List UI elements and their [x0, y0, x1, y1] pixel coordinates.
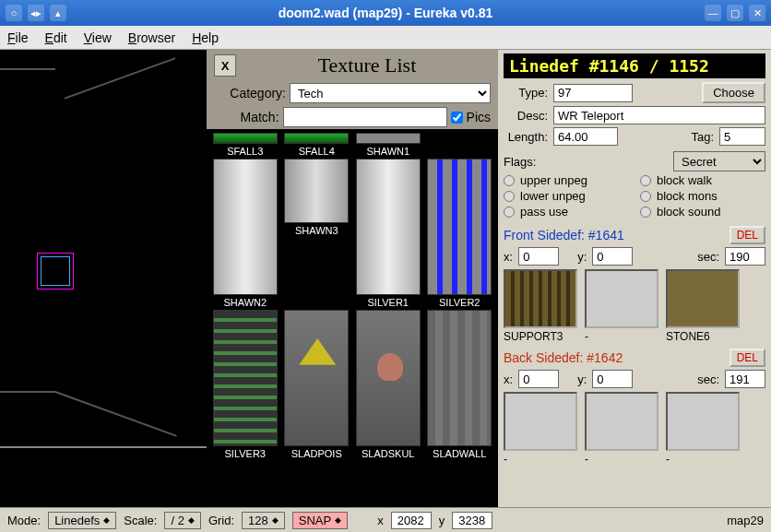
- texture-list-title: Texture List: [243, 53, 491, 77]
- flag-block-walk[interactable]: block walk: [640, 173, 765, 187]
- close-icon[interactable]: ✕: [749, 5, 765, 21]
- length-input[interactable]: [553, 127, 618, 146]
- front-x-input[interactable]: [518, 247, 559, 266]
- scale-select[interactable]: / 2◆: [164, 512, 200, 529]
- status-map: map29: [727, 514, 764, 527]
- mode-label: Mode:: [7, 514, 41, 527]
- status-bar: Mode: Linedefs◆ Scale: / 2◆ Grid: 128◆ S…: [0, 507, 771, 532]
- close-panel-button[interactable]: X: [214, 54, 236, 77]
- front-sidedef-title: Front Sidedef: #1641: [504, 228, 624, 242]
- menu-browser[interactable]: Browser: [128, 30, 175, 45]
- back-tex-lower[interactable]: [666, 392, 740, 451]
- menu-help[interactable]: Help: [192, 30, 219, 45]
- pics-checkbox[interactable]: [451, 112, 463, 124]
- snap-button[interactable]: SNAP◆: [292, 512, 348, 529]
- back-del-button[interactable]: DEL: [729, 349, 765, 367]
- linedef-sidebar: Linedef #1146 / 1152 Type: Choose Desc: …: [498, 50, 771, 507]
- tag-input[interactable]: [719, 127, 765, 146]
- front-sec-input[interactable]: [725, 247, 765, 266]
- category-select[interactable]: Tech: [290, 83, 491, 103]
- front-tex-upper[interactable]: [504, 269, 577, 328]
- flag-lower-unpeg[interactable]: lower unpeg: [504, 189, 629, 203]
- flags-select[interactable]: Secret: [673, 151, 765, 171]
- flag-block-sound[interactable]: block sound: [640, 205, 765, 219]
- front-del-button[interactable]: DEL: [729, 226, 765, 244]
- back-sidedef-title: Back Sidedef: #1642: [504, 350, 623, 365]
- desc-input[interactable]: [553, 106, 765, 124]
- mode-select[interactable]: Linedefs◆: [48, 512, 116, 529]
- menu-file[interactable]: File: [7, 30, 29, 45]
- back-sec-input[interactable]: [725, 370, 765, 388]
- minimize-icon[interactable]: —: [705, 5, 721, 21]
- back-x-input[interactable]: [518, 370, 559, 388]
- tag-label: Tag:: [691, 130, 714, 144]
- window-titlebar: ○ ◂▸ ▴ doom2.wad (map29) - Eureka v0.81 …: [0, 0, 771, 26]
- category-label: Category:: [214, 86, 286, 100]
- window-menu-icon[interactable]: ○: [6, 5, 22, 21]
- grid-select[interactable]: 128◆: [242, 512, 285, 529]
- length-label: Length:: [504, 130, 548, 144]
- choose-button[interactable]: Choose: [702, 82, 765, 103]
- back-tex-upper[interactable]: [504, 392, 577, 451]
- front-tex-middle[interactable]: [585, 269, 658, 328]
- desc-label: Desc:: [504, 109, 548, 123]
- scale-label: Scale:: [124, 514, 157, 527]
- flag-block-mons[interactable]: block mons: [640, 189, 765, 203]
- type-label: Type:: [504, 86, 548, 100]
- map-canvas[interactable]: [0, 50, 207, 507]
- texture-panel: X Texture List Category: Tech Match: Pic…: [207, 50, 498, 507]
- menu-view[interactable]: View: [84, 30, 112, 45]
- status-y: 3238: [452, 512, 492, 529]
- grid-label: Grid:: [208, 514, 234, 527]
- match-label: Match:: [214, 110, 279, 124]
- menu-bar: File Edit View Browser Help: [0, 26, 771, 50]
- pics-label: Pics: [467, 110, 491, 124]
- back-y-input[interactable]: [592, 370, 633, 388]
- menu-edit[interactable]: Edit: [45, 30, 67, 45]
- match-input[interactable]: [283, 107, 447, 127]
- maximize-icon[interactable]: ▢: [727, 5, 743, 21]
- status-x: 2082: [391, 512, 432, 529]
- linedef-title: Linedef #1146 / 1152: [504, 53, 765, 78]
- flags-label: Flags:: [504, 155, 536, 169]
- front-tex-lower[interactable]: [666, 269, 740, 328]
- flag-pass-use[interactable]: pass use: [504, 205, 629, 219]
- window-sticky-icon[interactable]: ◂▸: [28, 5, 44, 21]
- back-tex-middle[interactable]: [585, 392, 658, 451]
- flag-upper-unpeg[interactable]: upper unpeg: [504, 173, 629, 187]
- type-input[interactable]: [553, 84, 633, 102]
- window-title: doom2.wad (map29) - Eureka v0.81: [66, 6, 705, 20]
- front-y-input[interactable]: [592, 247, 633, 266]
- texture-grid[interactable]: SFALL3 SFALL4 SHAWN1 SHAWN2 SHAWN3 SILVE…: [207, 129, 498, 507]
- window-shade-icon[interactable]: ▴: [50, 5, 66, 21]
